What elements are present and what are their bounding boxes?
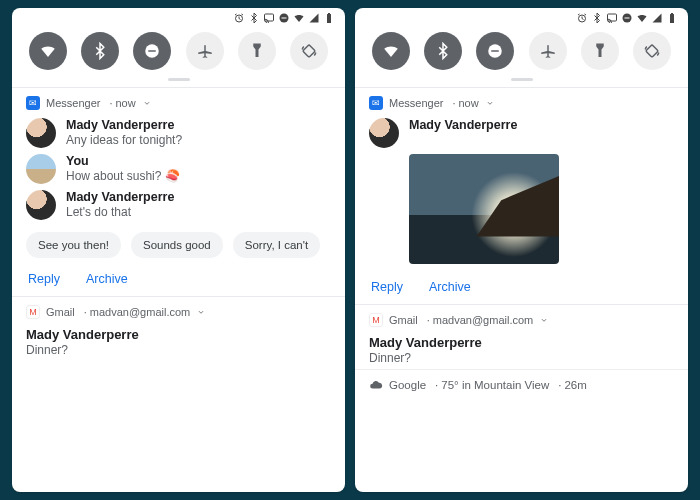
svg-rect-8: [302, 45, 315, 58]
message-body: Any ideas for tonight?: [66, 133, 182, 147]
sender-name: You: [66, 154, 180, 168]
smart-reply-chip[interactable]: Sorry, I can't: [233, 232, 320, 258]
avatar: [369, 118, 399, 148]
quick-settings-row: [12, 26, 345, 78]
qs-rotate[interactable]: [290, 32, 328, 70]
dnd-icon: [278, 12, 290, 24]
message-item: You How about sushi? 🍣: [26, 154, 331, 184]
dnd-icon: [621, 12, 633, 24]
qs-flashlight[interactable]: [238, 32, 276, 70]
gmail-notification[interactable]: M Gmail madvan@gmail.com Mady Vanderperr…: [12, 296, 345, 361]
smart-reply-chip[interactable]: Sounds good: [131, 232, 223, 258]
reply-button[interactable]: Reply: [371, 280, 403, 294]
reply-button[interactable]: Reply: [28, 272, 60, 286]
qs-airplane[interactable]: [186, 32, 224, 70]
bluetooth-icon: [248, 12, 260, 24]
notification-header[interactable]: ✉ Messenger now: [26, 96, 331, 110]
svg-rect-5: [328, 13, 330, 14]
chevron-down-icon[interactable]: [485, 98, 495, 108]
messenger-notification[interactable]: ✉ Messenger now Mady Vanderperre Any ide…: [12, 87, 345, 296]
alarm-icon: [233, 12, 245, 24]
chevron-down-icon[interactable]: [539, 315, 549, 325]
weather-notification[interactable]: Google 75° in Mountain View 26m: [355, 369, 688, 400]
account-label: madvan@gmail.com: [424, 314, 534, 326]
app-name: Gmail: [389, 314, 418, 326]
time-label: now: [106, 97, 135, 109]
time-label: now: [449, 97, 478, 109]
avatar: [26, 154, 56, 184]
wifi-icon: [636, 12, 648, 24]
email-subject: Dinner?: [26, 343, 331, 357]
signal-icon: [308, 12, 320, 24]
qs-wifi[interactable]: [372, 32, 410, 70]
message-item: Mady Vanderperre Any ideas for tonight?: [26, 118, 331, 148]
messenger-notification[interactable]: ✉ Messenger now Mady Vanderperre Reply A…: [355, 87, 688, 304]
archive-button[interactable]: Archive: [86, 272, 128, 286]
weather-summary: 75° in Mountain View: [432, 379, 549, 391]
email-sender: Mady Vanderperre: [369, 335, 674, 350]
svg-rect-14: [671, 13, 673, 14]
notification-actions: Reply Archive: [369, 272, 674, 300]
signal-icon: [651, 12, 663, 24]
shade-handle[interactable]: [511, 78, 533, 81]
qs-rotate[interactable]: [633, 32, 671, 70]
message-body: How about sushi? 🍣: [66, 169, 180, 183]
messenger-app-icon: ✉: [26, 96, 40, 110]
svg-rect-7: [149, 50, 157, 52]
notification-header[interactable]: M Gmail madvan@gmail.com: [26, 305, 331, 319]
qs-dnd[interactable]: [476, 32, 514, 70]
shade-handle[interactable]: [168, 78, 190, 81]
weather-provider: Google: [389, 379, 426, 391]
chevron-down-icon[interactable]: [142, 98, 152, 108]
message-item: Mady Vanderperre: [369, 118, 674, 148]
notification-header[interactable]: M Gmail madvan@gmail.com: [369, 313, 674, 327]
messenger-app-icon: ✉: [369, 96, 383, 110]
weather-age: 26m: [555, 379, 587, 391]
phone-right: ✉ Messenger now Mady Vanderperre Reply A…: [355, 8, 688, 492]
notification-header[interactable]: ✉ Messenger now: [369, 96, 674, 110]
svg-rect-1: [265, 14, 274, 21]
gmail-app-icon: M: [26, 305, 40, 319]
phone-left: ✉ Messenger now Mady Vanderperre Any ide…: [12, 8, 345, 492]
svg-rect-13: [670, 14, 674, 23]
svg-rect-17: [645, 45, 658, 58]
notification-actions: Reply Archive: [26, 264, 331, 292]
svg-rect-10: [608, 14, 617, 21]
cloud-icon: [369, 378, 383, 392]
qs-airplane[interactable]: [529, 32, 567, 70]
svg-rect-12: [625, 18, 630, 19]
email-sender: Mady Vanderperre: [26, 327, 331, 342]
bluetooth-icon: [591, 12, 603, 24]
message-body: Let's do that: [66, 205, 174, 219]
message-item: Mady Vanderperre Let's do that: [26, 190, 331, 220]
avatar: [26, 118, 56, 148]
status-bar: [12, 8, 345, 26]
qs-bluetooth[interactable]: [424, 32, 462, 70]
archive-button[interactable]: Archive: [429, 280, 471, 294]
app-name: Messenger: [389, 97, 443, 109]
wifi-icon: [293, 12, 305, 24]
qs-flashlight[interactable]: [581, 32, 619, 70]
sender-name: Mady Vanderperre: [66, 118, 182, 132]
qs-bluetooth[interactable]: [81, 32, 119, 70]
qs-dnd[interactable]: [133, 32, 171, 70]
cast-icon: [263, 12, 275, 24]
alarm-icon: [576, 12, 588, 24]
smart-reply-row: See you then! Sounds good Sorry, I can't: [26, 232, 331, 258]
gmail-app-icon: M: [369, 313, 383, 327]
avatar: [26, 190, 56, 220]
quick-settings-row: [355, 26, 688, 78]
status-bar: [355, 8, 688, 26]
app-name: Gmail: [46, 306, 75, 318]
svg-rect-3: [282, 18, 287, 19]
qs-wifi[interactable]: [29, 32, 67, 70]
chevron-down-icon[interactable]: [196, 307, 206, 317]
svg-rect-4: [327, 14, 331, 23]
gmail-notification[interactable]: M Gmail madvan@gmail.com Mady Vanderperr…: [355, 304, 688, 369]
message-image-attachment[interactable]: [409, 154, 559, 264]
battery-icon: [666, 12, 678, 24]
smart-reply-chip[interactable]: See you then!: [26, 232, 121, 258]
email-subject: Dinner?: [369, 351, 674, 365]
battery-icon: [323, 12, 335, 24]
svg-rect-16: [492, 50, 500, 52]
